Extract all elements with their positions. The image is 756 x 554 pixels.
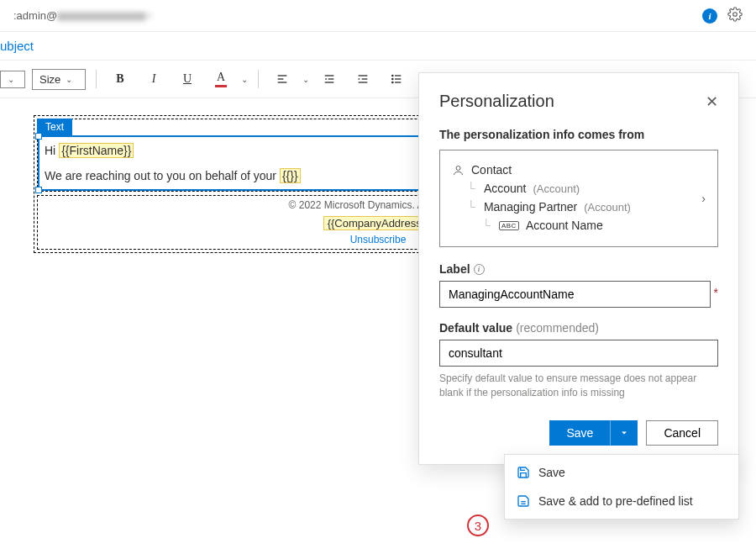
svg-point-13 bbox=[392, 75, 393, 76]
required-indicator: * bbox=[714, 286, 718, 299]
from-address: :admin@▮▮▮▮▮▮▮▮▮▮▮▮▮▮▮> bbox=[13, 9, 152, 22]
chevron-down-icon bbox=[619, 428, 629, 438]
menu-item-save[interactable]: Save bbox=[505, 458, 738, 487]
bold-button[interactable]: B bbox=[107, 67, 134, 91]
text-field-icon: ABC bbox=[499, 221, 519, 230]
outdent-button[interactable] bbox=[316, 67, 343, 91]
cancel-button[interactable]: Cancel bbox=[646, 420, 718, 446]
subject-field[interactable]: ubject bbox=[0, 32, 756, 61]
tree-row-account[interactable]: └ Account (Account) bbox=[452, 179, 706, 198]
info-icon[interactable]: i bbox=[474, 264, 485, 275]
source-tree[interactable]: Contact └ Account (Account) └ Managing P… bbox=[439, 150, 718, 247]
save-button[interactable]: Save bbox=[549, 420, 610, 446]
chevron-right-icon[interactable]: › bbox=[701, 192, 706, 205]
panel-title: Personalization bbox=[439, 92, 554, 111]
chevron-down-icon[interactable]: ⌄ bbox=[241, 75, 248, 84]
svg-point-14 bbox=[392, 78, 393, 79]
chevron-down-icon: ⌄ bbox=[8, 75, 14, 84]
menu-item-label: Save bbox=[538, 466, 565, 479]
toolbar-divider bbox=[96, 70, 97, 88]
save-split-button: Save bbox=[549, 420, 638, 446]
list-button[interactable] bbox=[383, 67, 410, 91]
close-icon[interactable]: ✕ bbox=[706, 92, 718, 111]
align-button[interactable] bbox=[269, 67, 296, 91]
save-list-icon bbox=[517, 494, 530, 508]
gear-icon[interactable] bbox=[727, 7, 743, 24]
default-value-label: Default value (recommended) bbox=[439, 321, 718, 335]
italic-button[interactable]: I bbox=[140, 67, 167, 91]
save-dropdown-button[interactable] bbox=[610, 420, 638, 446]
save-icon bbox=[517, 466, 530, 479]
info-icon[interactable]: i bbox=[702, 8, 717, 24]
save-dropdown-menu: Save Save & add to pre-defined list bbox=[504, 454, 739, 520]
personalization-token-firstname[interactable]: {{FirstName}} bbox=[59, 143, 134, 158]
underline-button[interactable]: U bbox=[174, 67, 201, 91]
tree-row-contact[interactable]: Contact bbox=[452, 161, 706, 179]
text-block-tag: Text bbox=[37, 119, 72, 135]
source-section-label: The personalization info comes from bbox=[439, 128, 718, 141]
svg-point-16 bbox=[456, 166, 460, 170]
menu-item-save-add[interactable]: Save & add to pre-defined list bbox=[505, 487, 738, 515]
helper-text: Specify default value to ensure message … bbox=[439, 372, 718, 400]
tree-branch-icon: └ bbox=[482, 219, 491, 232]
chevron-down-icon[interactable]: ⌄ bbox=[302, 75, 309, 84]
menu-item-label: Save & add to pre-defined list bbox=[538, 494, 693, 508]
personalization-panel: Personalization ✕ The personalization in… bbox=[418, 72, 739, 465]
indent-button[interactable] bbox=[349, 67, 376, 91]
personalization-token-empty[interactable]: {{}} bbox=[280, 168, 301, 183]
tree-branch-icon: └ bbox=[467, 182, 475, 195]
chevron-down-icon: ⌄ bbox=[66, 75, 72, 84]
toolbar-divider bbox=[258, 70, 259, 88]
font-color-button[interactable]: A bbox=[207, 67, 234, 91]
font-size-select[interactable]: Size⌄ bbox=[32, 69, 86, 90]
label-input[interactable] bbox=[439, 281, 711, 308]
top-bar: :admin@▮▮▮▮▮▮▮▮▮▮▮▮▮▮▮> i bbox=[0, 0, 756, 32]
default-value-input[interactable] bbox=[439, 340, 718, 367]
svg-point-0 bbox=[733, 13, 738, 17]
tree-row-account-name[interactable]: └ ABC Account Name bbox=[452, 216, 706, 235]
tree-branch-icon: └ bbox=[467, 200, 475, 214]
tree-row-managing-partner[interactable]: └ Managing Partner (Account) bbox=[452, 198, 706, 216]
font-family-select[interactable]: ⌄ bbox=[0, 71, 25, 88]
person-icon bbox=[452, 164, 465, 177]
personalization-token-companyaddress[interactable]: {{CompanyAddress}} bbox=[323, 216, 433, 230]
svg-point-15 bbox=[392, 82, 393, 82]
label-field-label: Label i bbox=[439, 262, 718, 276]
step-badge: 3 bbox=[467, 514, 489, 536]
